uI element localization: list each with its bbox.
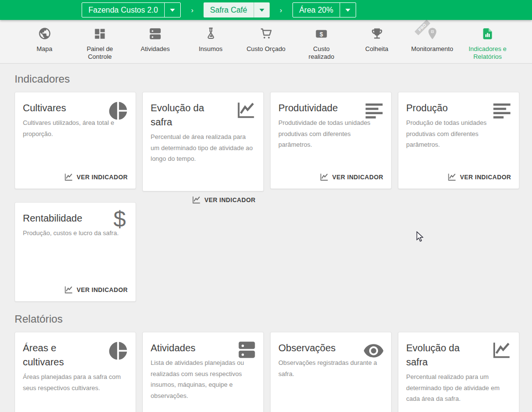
- card-evolucao-da-safra-relatorio: Evolução da safra Percentual realizado p…: [398, 332, 519, 412]
- pie-chart-icon: [107, 340, 129, 363]
- nav-item-painel-de-controle[interactable]: Painel de Controle: [79, 25, 121, 61]
- main-navigation: Mapa Painel de Controle Atividades Insum…: [0, 20, 532, 64]
- pie-chart-icon: [107, 100, 129, 123]
- nav-item-insumos[interactable]: Insumos: [189, 25, 232, 53]
- bar-lines-icon: [364, 100, 384, 122]
- area-dropdown-arrow[interactable]: [340, 3, 356, 17]
- breadcrumb-chevron: ›: [280, 6, 282, 14]
- main-content: Indicadores Cultivares Cultivares utiliz…: [0, 73, 532, 412]
- map-pin-bug-icon: [426, 25, 439, 42]
- nav-item-atividades[interactable]: Atividades: [134, 25, 177, 53]
- season-selector-label: Safra Café: [204, 2, 253, 17]
- dollar-icon: $: [113, 208, 126, 230]
- dashboard-icon: [93, 25, 106, 42]
- bar-lines-icon: [492, 100, 512, 122]
- farm-selector-label: Fazenda Custos 2.0: [82, 3, 164, 17]
- nav-item-custo-realizado[interactable]: Custo realizado: [300, 25, 343, 61]
- eye-icon: [363, 340, 384, 363]
- nav-item-custo-orcado[interactable]: Custo Orçado: [245, 25, 288, 53]
- season-dropdown-arrow[interactable]: [254, 2, 270, 17]
- ver-indicador-button[interactable]: VER INDICADOR: [320, 172, 383, 182]
- nav-item-colheita[interactable]: Colheita: [356, 25, 398, 53]
- breadcrumb-chevron: ›: [191, 6, 193, 14]
- card-cultivares: Cultivares Cultivares utilizados, área t…: [15, 92, 136, 189]
- trend-icon: [447, 172, 457, 182]
- relatorios-grid: Áreas e cultivares Áreas planejadas para…: [15, 332, 519, 412]
- area-selector[interactable]: Área 20%: [292, 2, 356, 17]
- card-produtividade: Produtividade Produtividade de todas uni…: [270, 92, 392, 189]
- section-title-relatorios: Relatórios: [15, 313, 519, 326]
- card-areas-e-cultivares: Áreas e cultivares Áreas planejadas para…: [15, 332, 136, 412]
- farm-selector[interactable]: Fazenda Custos 2.0: [82, 2, 181, 17]
- card-observacoes: Observações Observações registradas dura…: [270, 332, 392, 412]
- trend-icon: [64, 172, 73, 182]
- season-selector[interactable]: Safra Café: [204, 2, 269, 17]
- ver-indicador-button[interactable]: VER INDICADOR: [447, 172, 511, 182]
- nav-item-indicadores-e-relatorios[interactable]: Indicadores e Relatórios: [466, 25, 509, 61]
- line-chart-icon: [492, 340, 512, 362]
- nav-item-mapa[interactable]: Mapa: [23, 25, 66, 53]
- trophy-icon: [370, 25, 384, 42]
- trend-icon: [320, 172, 329, 182]
- report-file-icon: [481, 25, 494, 42]
- globe-icon: [38, 25, 51, 42]
- nav-item-monitoramento[interactable]: PRO Monitoramento: [411, 25, 454, 53]
- card-producao: Produção Produção de todas unidades prod…: [398, 92, 519, 189]
- area-selector-label: Área 20%: [293, 3, 340, 17]
- card-rentabilidade: Rentabilidade Produção, custos e lucro d…: [15, 202, 136, 302]
- flask-icon: [204, 25, 218, 42]
- dns-icon: [237, 340, 257, 361]
- activities-list-icon: [149, 25, 162, 42]
- card-evolucao-da-safra: Evolução da safra Percentual de área rea…: [142, 92, 264, 191]
- money-bill-icon: [315, 25, 328, 42]
- top-bar: Fazenda Custos 2.0 › Safra Café › Área 2…: [0, 0, 532, 20]
- section-title-indicadores: Indicadores: [15, 73, 519, 86]
- indicadores-grid: Cultivares Cultivares utilizados, área t…: [15, 92, 519, 302]
- card-atividades-relatorio: Atividades Lista de atividades planejada…: [142, 332, 264, 412]
- line-chart-icon: [236, 100, 257, 122]
- ver-indicador-button[interactable]: VER INDICADOR: [64, 285, 128, 294]
- farm-dropdown-arrow[interactable]: [164, 3, 180, 17]
- ver-indicador-button[interactable]: VER INDICADOR: [192, 195, 256, 205]
- shopping-cart-icon: [259, 25, 273, 42]
- trend-icon: [192, 195, 201, 205]
- trend-icon: [64, 285, 73, 294]
- ver-indicador-button[interactable]: VER INDICADOR: [64, 172, 128, 182]
